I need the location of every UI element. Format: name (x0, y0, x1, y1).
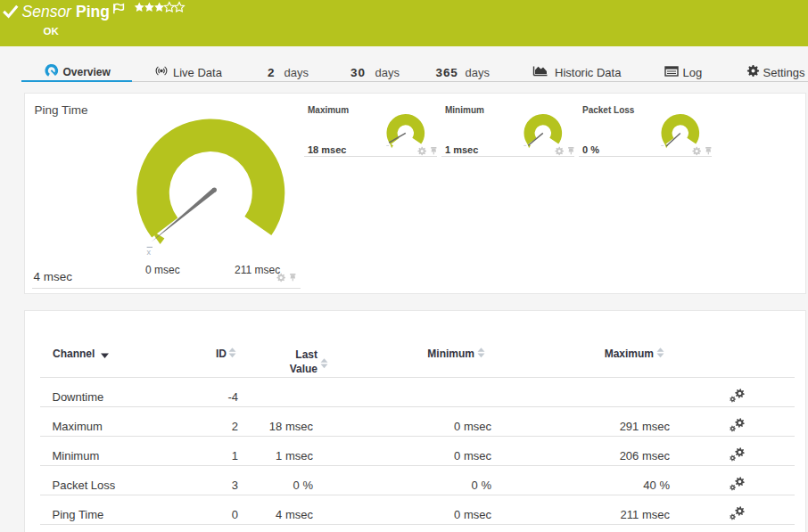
svg-text:x: x (146, 248, 151, 257)
